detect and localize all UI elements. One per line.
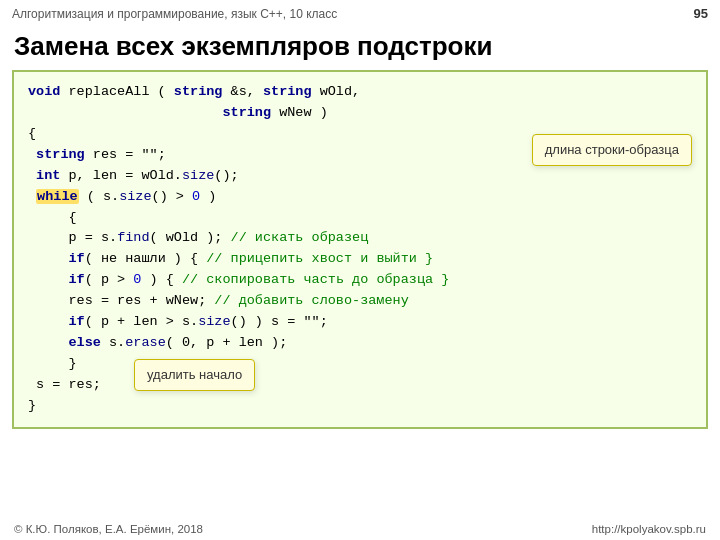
code-block: void replaceAll ( string &s, string wOld… bbox=[12, 70, 708, 429]
code-line-9: if( не нашли ) { // прицепить хвост и вы… bbox=[28, 249, 692, 270]
footer: © К.Ю. Поляков, Е.А. Ерёмин, 2018 http:/… bbox=[0, 518, 720, 540]
tooltip-udalit: удалить начало bbox=[134, 359, 255, 391]
code-line-11: res = res + wNew; // добавить слово-заме… bbox=[28, 291, 692, 312]
header-page: 95 bbox=[694, 6, 708, 21]
code-line-6: while ( s.size() > 0 ) bbox=[28, 187, 692, 208]
code-line-15: s = res; bbox=[28, 375, 692, 396]
code-line-7: { bbox=[28, 208, 692, 229]
page-title: Замена всех экземпляров подстроки bbox=[0, 25, 720, 70]
code-line-13: else s.erase( 0, p + len ); bbox=[28, 333, 692, 354]
header-bar: Алгоритмизация и программирование, язык … bbox=[0, 0, 720, 25]
tooltip-udalit-text: удалить начало bbox=[147, 367, 242, 382]
code-line-2: string wNew ) bbox=[28, 103, 692, 124]
footer-right: http://kpolyakov.spb.ru bbox=[592, 523, 706, 535]
footer-left: © К.Ю. Поляков, Е.А. Ерёмин, 2018 bbox=[14, 523, 203, 535]
code-line-8: p = s.find( wOld ); // искать образец bbox=[28, 228, 692, 249]
code-line-10: if( p > 0 ) { // скопировать часть до об… bbox=[28, 270, 692, 291]
code-line-12: if( p + len > s.size() ) s = ""; bbox=[28, 312, 692, 333]
code-line-5: int p, len = wOld.size(); bbox=[28, 166, 692, 187]
code-line-1: void replaceAll ( string &s, string wOld… bbox=[28, 82, 692, 103]
tooltip-dlina: длина строки-образца bbox=[532, 134, 692, 166]
header-subtitle: Алгоритмизация и программирование, язык … bbox=[12, 7, 337, 21]
code-line-16: } bbox=[28, 396, 692, 417]
tooltip-dlina-text: длина строки-образца bbox=[545, 142, 679, 157]
code-line-14: } bbox=[28, 354, 692, 375]
